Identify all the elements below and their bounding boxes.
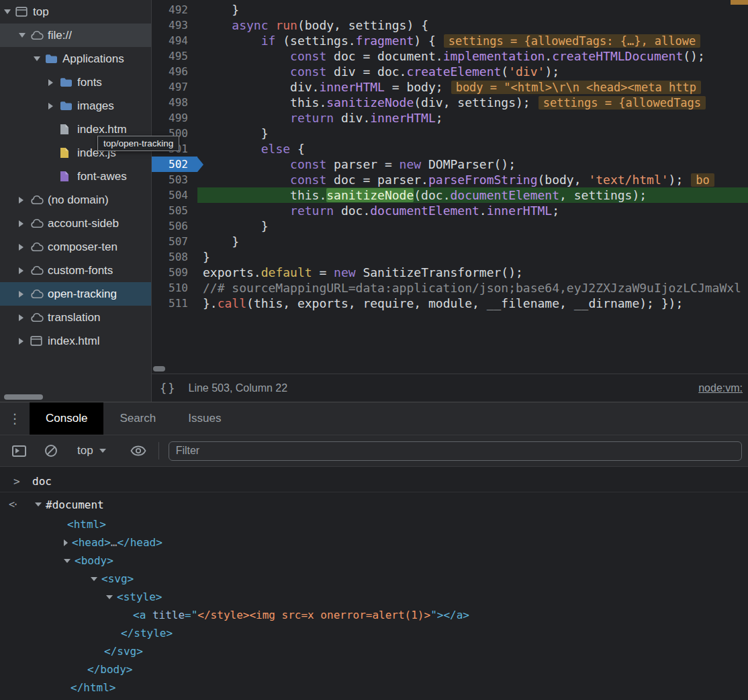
line-number[interactable]: 509 — [152, 265, 197, 280]
code-line-text[interactable]: return doc.documentElement.innerHTML; — [197, 203, 559, 218]
console-text: </head> — [117, 536, 162, 549]
line-number[interactable]: 510 — [152, 280, 197, 296]
chevron-right-icon[interactable] — [19, 267, 24, 274]
line-number[interactable]: 493 — [152, 17, 197, 33]
code-line-text[interactable]: } — [197, 249, 210, 265]
code-line-text[interactable]: async run(body, settings) { — [197, 17, 428, 33]
sidebar-item-custom-fonts[interactable]: custom-fonts — [0, 259, 151, 282]
context-selector-dropdown[interactable]: top — [77, 444, 106, 457]
line-number[interactable]: 498 — [152, 95, 197, 110]
line-number[interactable]: 505 — [152, 203, 197, 218]
code-token: (doc. — [414, 188, 450, 202]
tab-console[interactable]: Console — [30, 402, 103, 435]
sidebar-item-file[interactable]: file:// — [0, 24, 151, 47]
code-line-text[interactable]: const div = doc.createElement('div'); — [197, 64, 559, 79]
expand-arrow-down-icon[interactable] — [64, 559, 71, 563]
expand-arrow-right-icon[interactable] — [64, 539, 68, 546]
line-number[interactable]: 496 — [152, 64, 197, 79]
code-token: } — [203, 234, 239, 249]
chevron-right-icon[interactable] — [19, 291, 24, 298]
chevron-right-icon[interactable] — [19, 314, 24, 321]
pretty-print-button[interactable]: {} — [160, 382, 176, 395]
chevron-down-icon[interactable] — [19, 33, 26, 38]
code-line-text[interactable]: } — [197, 126, 269, 141]
line-number[interactable]: 497 — [152, 79, 197, 95]
code-line-text[interactable]: //# sourceMappingURL=data:application/js… — [197, 280, 741, 296]
code-line-text[interactable]: if (settings.fragment) {settings = {allo… — [197, 33, 700, 48]
clear-console-icon[interactable] — [45, 445, 57, 457]
source-mapped-file-link[interactable]: node:vm: — [698, 382, 743, 394]
sidebar-item-no-domain[interactable]: (no domain) — [0, 188, 151, 212]
console-filter-input[interactable] — [169, 441, 742, 461]
line-number[interactable]: 495 — [152, 48, 197, 64]
console-input-echo[interactable]: >doc — [0, 471, 748, 492]
dom-tree-row[interactable]: <svg> — [0, 570, 748, 588]
dom-tree-row[interactable]: <a title="</style><img src=x onerror=ale… — [0, 606, 748, 624]
sidebar-item-open-tracking[interactable]: open-tracking — [0, 282, 151, 306]
line-number[interactable]: 506 — [152, 218, 197, 234]
line-number[interactable]: 507 — [152, 234, 197, 249]
chevron-down-icon[interactable] — [34, 56, 40, 61]
code-line-text[interactable]: this.sanitizeNode(doc.documentElement, s… — [197, 187, 647, 203]
code-token: }. — [203, 296, 218, 310]
code-line-text[interactable]: const parser = new DOMParser(); — [197, 157, 516, 172]
chevron-right-icon[interactable] — [48, 79, 53, 86]
code-line-text[interactable]: } — [197, 234, 239, 249]
navigator-hscroll-thumb[interactable] — [4, 394, 43, 400]
tab-issues[interactable]: Issues — [172, 402, 237, 435]
editor-hscroll-thumb[interactable] — [153, 366, 165, 371]
sidebar-item-font-awes[interactable]: font-awes — [0, 165, 151, 188]
sidebar-item-images[interactable]: images — [0, 94, 151, 118]
sidebar-item-top[interactable]: top — [0, 0, 151, 24]
sidebar-item-label: Applications — [62, 52, 124, 66]
live-expression-eye-icon[interactable] — [130, 444, 146, 457]
dom-tree-row[interactable]: <body> — [0, 552, 748, 570]
dom-tree-row[interactable]: </html> — [0, 679, 748, 697]
code-line-text[interactable]: return div.innerHTML; — [197, 110, 443, 126]
code-line-text[interactable]: }.call(this, exports, require, module, _… — [197, 296, 683, 311]
code-area[interactable]: 492 }493 async run(body, settings) {494 … — [152, 0, 748, 364]
sidebar-item-composer-ten[interactable]: composer-ten — [0, 235, 151, 259]
execution-line-number[interactable]: 502 — [152, 157, 197, 172]
code-line-text[interactable]: div.innerHTML = body;body = "<html>\r\n … — [197, 79, 701, 95]
expand-arrow-down-icon[interactable] — [91, 577, 97, 581]
code-line-text[interactable]: exports.default = new SanitizeTransforme… — [197, 265, 523, 280]
expand-arrow-down-icon[interactable] — [35, 502, 42, 507]
code-line-text[interactable]: } — [197, 2, 239, 17]
line-number[interactable]: 503 — [152, 172, 197, 187]
tab-search[interactable]: Search — [103, 402, 172, 435]
chevron-right-icon[interactable] — [19, 197, 24, 204]
chevron-right-icon[interactable] — [19, 220, 24, 227]
line-number[interactable]: 499 — [152, 110, 197, 126]
line-number[interactable]: 494 — [152, 33, 197, 48]
console-result-row[interactable]: <·#document — [0, 494, 748, 515]
dom-tree-row[interactable]: </body> — [0, 660, 748, 679]
code-line-text[interactable]: const doc = document.implementation.crea… — [197, 48, 705, 64]
dom-tree-row[interactable]: </svg> — [0, 642, 748, 660]
dom-tree-row[interactable]: <style> — [0, 588, 748, 606]
sidebar-item-account-sideb[interactable]: account-sideb — [0, 212, 151, 235]
console-sidebar-toggle-icon[interactable] — [12, 445, 26, 457]
chevron-right-icon[interactable] — [48, 103, 53, 110]
dom-tree-row[interactable]: <head>…</head> — [0, 533, 748, 552]
chevron-right-icon[interactable] — [19, 338, 24, 345]
drawer-menu-icon[interactable]: ⋮ — [0, 402, 30, 435]
code-token: parser = — [326, 157, 399, 171]
code-line-text[interactable]: this.sanitizeNode(div, settings);setting… — [197, 95, 706, 110]
chevron-right-icon[interactable] — [19, 244, 24, 251]
sidebar-item-applications[interactable]: Applications — [0, 47, 151, 71]
line-number[interactable]: 504 — [152, 187, 197, 203]
expand-arrow-down-icon[interactable] — [106, 595, 113, 599]
line-number[interactable]: 511 — [152, 296, 197, 311]
line-number[interactable]: 492 — [152, 2, 197, 17]
code-line-text[interactable]: const doc = parser.parseFromString(body,… — [197, 172, 714, 187]
sidebar-item-fonts[interactable]: fonts — [0, 71, 151, 94]
line-number[interactable]: 508 — [152, 249, 197, 265]
sidebar-item-index-html[interactable]: index.html — [0, 329, 151, 353]
sidebar-item-translation[interactable]: translation — [0, 306, 151, 329]
chevron-down-icon[interactable] — [4, 9, 11, 14]
code-line-text[interactable]: else { — [197, 141, 305, 157]
dom-tree-row[interactable]: <html> — [0, 515, 748, 533]
code-line-text[interactable]: } — [197, 218, 269, 234]
dom-tree-row[interactable]: </style> — [0, 624, 748, 642]
